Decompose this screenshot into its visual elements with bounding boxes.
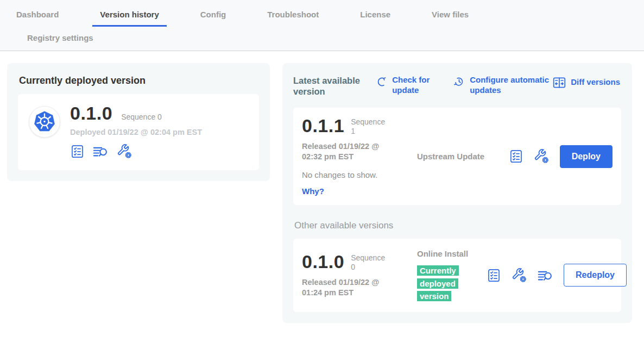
latest-version-source: Upstream Update bbox=[417, 151, 487, 162]
kubernetes-icon bbox=[31, 108, 58, 135]
other-version-source: Online Install Currently deployed versio… bbox=[417, 248, 487, 302]
deploy-button[interactable]: Deploy bbox=[560, 145, 613, 168]
currently-deployed-card: Currently deployed version bbox=[7, 63, 270, 181]
redeploy-button[interactable]: Redeploy bbox=[564, 264, 627, 287]
deployed-version-number: 0.1.0 bbox=[70, 104, 112, 122]
edit-config-icon[interactable] bbox=[534, 148, 550, 164]
edit-config-icon[interactable] bbox=[117, 144, 132, 159]
currently-deployed-title: Currently deployed version bbox=[19, 75, 259, 86]
deployed-timestamp: Deployed 01/19/22 @ 02:04 pm EST bbox=[70, 128, 202, 136]
latest-version-info: 0.1.1 Sequence 1 Released 01/19/22 @ 02:… bbox=[302, 116, 411, 196]
app-nav: Dashboard Version history Config Trouble… bbox=[0, 0, 644, 51]
auto-update-icon bbox=[453, 76, 465, 88]
upstream-update-label: Upstream Update bbox=[417, 151, 487, 162]
currently-deployed-badge: Currently deployed version bbox=[417, 264, 470, 302]
other-sequence-label: Sequence 0 bbox=[351, 253, 390, 272]
currently-deployed-badge-label: Currently deployed version bbox=[417, 265, 459, 301]
edit-config-icon[interactable] bbox=[512, 268, 527, 283]
tab-view-files[interactable]: View files bbox=[424, 8, 476, 27]
app-logo bbox=[29, 106, 60, 138]
preflight-checklist-icon[interactable] bbox=[70, 144, 85, 159]
latest-released-timestamp: Released 01/19/22 @ 02:32 pm EST bbox=[302, 141, 395, 163]
preflight-checklist-icon[interactable] bbox=[509, 149, 523, 164]
other-available-versions-title: Other available versions bbox=[294, 220, 621, 231]
check-for-update-label: Check for update bbox=[392, 75, 437, 96]
latest-available-card: Latest available version Check for updat… bbox=[282, 63, 632, 323]
check-for-update-link[interactable]: Check for update bbox=[375, 75, 437, 96]
other-version-number: 0.1.0 bbox=[302, 252, 344, 271]
deployed-version-info: 0.1.0 Sequence 0 Deployed 01/19/22 @ 02:… bbox=[70, 104, 202, 159]
deployed-version-row: 0.1.0 Sequence 0 Deployed 01/19/22 @ 02:… bbox=[18, 94, 259, 170]
view-logs-icon[interactable] bbox=[538, 268, 553, 283]
version-history-page: Currently deployed version bbox=[0, 51, 644, 323]
nav-row-secondary: Registry settings bbox=[9, 27, 644, 51]
tab-dashboard[interactable]: Dashboard bbox=[9, 8, 66, 27]
tab-license[interactable]: License bbox=[352, 8, 398, 27]
tab-troubleshoot[interactable]: Troubleshoot bbox=[260, 8, 326, 27]
latest-version-row: 0.1.1 Sequence 1 Released 01/19/22 @ 02:… bbox=[293, 108, 621, 205]
diff-icon bbox=[552, 76, 566, 90]
online-install-label: Online Install bbox=[417, 248, 487, 259]
configure-automatic-updates-link[interactable]: Configure automatic updates bbox=[453, 75, 552, 96]
other-version-actions: Redeploy bbox=[487, 264, 627, 287]
nav-row-primary: Dashboard Version history Config Trouble… bbox=[9, 8, 644, 27]
diff-versions-link[interactable]: Diff versions bbox=[552, 75, 620, 90]
tab-registry-settings[interactable]: Registry settings bbox=[20, 31, 101, 44]
view-logs-icon[interactable] bbox=[93, 144, 109, 159]
other-version-row: 0.1.0 Sequence 0 Released 01/19/22 @ 01:… bbox=[293, 239, 621, 312]
check-update-icon bbox=[375, 76, 388, 88]
other-version-info: 0.1.0 Sequence 0 Released 01/19/22 @ 01:… bbox=[302, 252, 411, 299]
tab-config[interactable]: Config bbox=[193, 8, 233, 27]
preflight-checklist-icon[interactable] bbox=[487, 268, 501, 283]
tab-version-history[interactable]: Version history bbox=[92, 8, 166, 27]
latest-available-header: Latest available version Check for updat… bbox=[293, 75, 621, 97]
no-changes-note: No changes to show. bbox=[302, 170, 411, 179]
why-link[interactable]: Why? bbox=[302, 187, 324, 196]
deployed-actions bbox=[70, 144, 202, 159]
latest-available-title: Latest available version bbox=[293, 75, 361, 97]
other-released-timestamp: Released 01/19/22 @ 01:24 pm EST bbox=[302, 277, 395, 299]
diff-versions-label: Diff versions bbox=[571, 77, 620, 88]
configure-automatic-updates-label: Configure automatic updates bbox=[470, 75, 552, 96]
latest-sequence-label: Sequence 1 bbox=[351, 117, 390, 136]
deployed-sequence-label: Sequence 0 bbox=[121, 113, 162, 121]
latest-version-number: 0.1.1 bbox=[302, 116, 344, 135]
latest-version-actions: Deploy bbox=[509, 145, 613, 168]
